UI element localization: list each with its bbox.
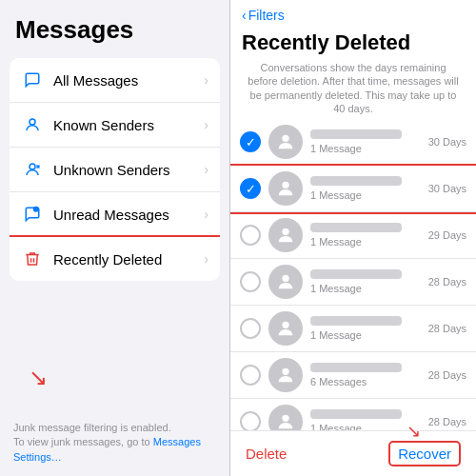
delete-button[interactable]: Delete [246, 446, 287, 462]
arrow-annotation-right: ↘ [407, 421, 421, 442]
message-row-6[interactable]: 1 Message 28 Days [230, 399, 476, 430]
svg-point-10 [282, 368, 288, 375]
svg-point-0 [30, 119, 35, 125]
right-header: ‹ Filters [230, 0, 476, 27]
check-circle-0[interactable]: ✓ [240, 131, 261, 152]
message-row-1[interactable]: ✓ 1 Message 30 Days [230, 166, 476, 212]
msg-sub-5: 6 Messages [310, 376, 425, 387]
msg-days-4: 28 Days [428, 323, 466, 334]
chevron-back-icon: ‹ [242, 8, 247, 23]
msg-days-3: 28 Days [428, 276, 466, 288]
chevron-icon-all-messages: › [204, 72, 208, 88]
menu-label-known-senders: Known Senders [53, 117, 204, 133]
msg-sub-0: 1 Message [310, 143, 425, 154]
recently-deleted-icon [21, 248, 44, 270]
msg-name-bar-2 [310, 223, 402, 232]
left-title: Messages [0, 0, 229, 52]
filters-label: Filters [248, 8, 285, 23]
menu-item-known-senders[interactable]: Known Senders › [10, 103, 220, 148]
footer-line1: Junk message filtering is enabled. [13, 422, 171, 433]
svg-point-9 [282, 322, 288, 328]
menu-item-unknown-senders[interactable]: Unknown Senders › [10, 148, 220, 192]
check-circle-4[interactable] [240, 318, 261, 339]
menu-item-unread-messages[interactable]: Unread Messages › [10, 192, 220, 237]
svg-point-4 [34, 208, 39, 212]
message-row-4[interactable]: 1 Message 28 Days [230, 306, 476, 352]
msg-name-bar-6 [310, 409, 402, 419]
msg-name-bar-3 [310, 269, 402, 279]
known-senders-icon [21, 113, 44, 136]
message-list: ✓ 1 Message 30 Days ✓ 1 Message 30 Days [230, 119, 476, 430]
avatar-4 [268, 311, 303, 346]
msg-name-bar-0 [310, 129, 402, 139]
right-subtitle: Conversations show the days remaining be… [230, 55, 476, 119]
svg-point-7 [282, 228, 288, 235]
left-footer: Junk message filtering is enabled. To vi… [0, 421, 229, 465]
message-row-3[interactable]: 1 Message 28 Days [230, 259, 476, 306]
avatar-6 [268, 405, 303, 430]
svg-point-5 [282, 135, 288, 142]
msg-info-4: 1 Message [310, 316, 425, 341]
check-circle-3[interactable] [240, 271, 261, 292]
recover-button[interactable]: Recover [388, 441, 461, 466]
msg-days-6: 28 Days [428, 416, 466, 427]
msg-info-2: 1 Message [310, 223, 425, 248]
avatar-5 [268, 358, 303, 392]
check-circle-6[interactable] [240, 411, 261, 430]
msg-name-bar-4 [310, 316, 402, 326]
right-footer: Delete ↘ Recover [230, 430, 476, 476]
footer-line2: To view junk messages, go to [13, 436, 153, 447]
msg-days-2: 29 Days [428, 229, 466, 241]
svg-point-8 [282, 275, 288, 282]
msg-name-bar-1 [310, 176, 402, 186]
chevron-icon-unknown-senders: › [204, 162, 208, 177]
chevron-icon-recently-deleted: › [204, 251, 208, 267]
menu-label-all-messages: All Messages [53, 72, 204, 89]
menu-list: All Messages › Known Senders › Unknown S… [10, 58, 220, 281]
svg-point-11 [282, 415, 288, 422]
unknown-senders-icon [21, 158, 44, 181]
check-circle-5[interactable] [240, 365, 261, 386]
filters-link[interactable]: ‹ Filters [242, 8, 465, 23]
svg-point-6 [282, 182, 288, 188]
msg-info-1: 1 Message [310, 176, 425, 201]
msg-info-5: 6 Messages [310, 363, 425, 387]
all-messages-icon [21, 69, 44, 91]
avatar-2 [268, 218, 303, 252]
chevron-icon-known-senders: › [204, 117, 208, 132]
msg-sub-2: 1 Message [310, 236, 425, 248]
menu-item-recently-deleted[interactable]: Recently Deleted › [10, 237, 220, 281]
msg-name-bar-5 [310, 363, 402, 372]
avatar-1 [268, 171, 303, 206]
menu-label-unread-messages: Unread Messages [53, 207, 204, 223]
msg-info-0: 1 Message [310, 129, 425, 154]
msg-days-0: 30 Days [428, 136, 466, 148]
msg-days-1: 30 Days [428, 183, 466, 194]
message-row-5[interactable]: 6 Messages 28 Days [230, 352, 476, 399]
svg-point-1 [30, 164, 35, 169]
arrow-annotation-left: ↗ [29, 366, 48, 392]
right-title: Recently Deleted [230, 27, 476, 55]
menu-item-all-messages[interactable]: All Messages › [10, 58, 220, 103]
check-circle-2[interactable] [240, 225, 261, 246]
unread-messages-icon [21, 203, 44, 226]
avatar-3 [268, 265, 303, 299]
message-row-2[interactable]: 1 Message 29 Days [230, 212, 476, 259]
avatar-0 [268, 125, 303, 159]
menu-label-unknown-senders: Unknown Senders [53, 162, 204, 178]
msg-days-5: 28 Days [428, 369, 466, 381]
right-panel: ‹ Filters Recently Deleted Conversations… [230, 0, 476, 476]
msg-info-3: 1 Message [310, 269, 425, 294]
msg-sub-4: 1 Message [310, 329, 425, 341]
menu-label-recently-deleted: Recently Deleted [53, 251, 204, 268]
msg-sub-1: 1 Message [310, 189, 425, 201]
msg-sub-3: 1 Message [310, 283, 425, 294]
check-circle-1[interactable]: ✓ [240, 178, 261, 199]
message-row-0[interactable]: ✓ 1 Message 30 Days [230, 119, 476, 166]
chevron-icon-unread-messages: › [204, 207, 208, 222]
left-panel: Messages All Messages › Known Senders › [0, 0, 230, 476]
